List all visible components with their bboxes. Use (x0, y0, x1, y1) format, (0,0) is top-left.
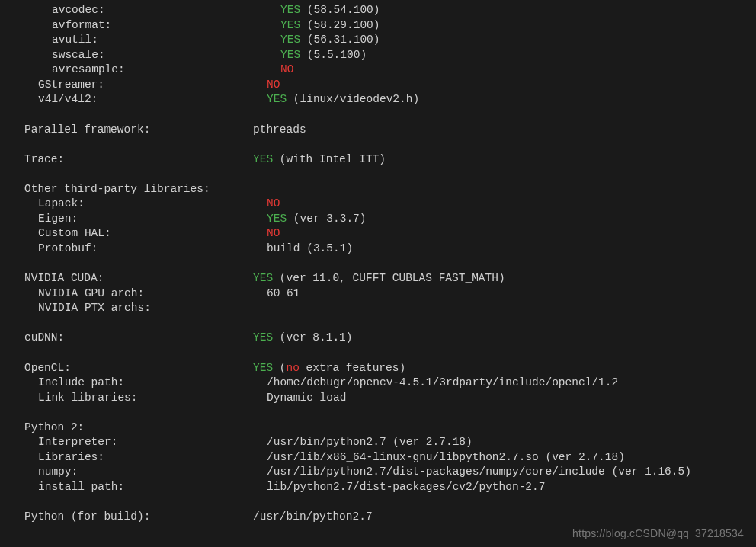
line-extra: /usr/bin/python2.7 (253, 510, 373, 523)
line-label: avutil: (24, 33, 280, 48)
line-extra: (linux/videodev2.h) (287, 93, 419, 105)
line-extra: lib/python2.7/dist-packages/cv2/python-2… (267, 481, 545, 493)
line-label: Eigen: (24, 212, 267, 227)
blank-line (24, 405, 756, 421)
line-extra-post: extra features) (300, 362, 405, 374)
line-value: YES (linux/videodev2.h) (267, 92, 419, 107)
line-label: avformat: (24, 18, 280, 34)
output-line: Eigen:YES (ver 3.3.7) (24, 212, 756, 227)
line-label: Interpreter: (24, 435, 267, 450)
line-extra: (58.29.100) (300, 19, 380, 31)
line-extra: /usr/bin/python2.7 (ver 2.7.18) (267, 436, 472, 448)
output-line: Python (for build):/usr/bin/python2.7 (24, 510, 756, 525)
line-label: Custom HAL: (24, 226, 267, 242)
output-line: avresample:NO (24, 62, 756, 78)
line-label: Libraries: (24, 450, 267, 465)
line-extra: (with Intel ITT) (273, 153, 386, 165)
status-yes: YES (267, 93, 287, 105)
line-value: /home/debugr/opencv-4.5.1/3rdparty/inclu… (267, 376, 618, 391)
output-line: Protobuf:build (3.5.1) (24, 242, 756, 257)
line-label: avcodec: (24, 3, 280, 18)
blank-line (24, 495, 756, 510)
status-no: NO (267, 78, 280, 91)
line-extra-pre: ( (273, 362, 286, 374)
line-value: /usr/lib/x86_64-linux-gnu/libpython2.7.s… (267, 450, 625, 465)
line-value: NO (267, 78, 280, 93)
output-line: OpenCL:YES (no extra features) (24, 361, 756, 376)
line-label: avresample: (24, 62, 280, 78)
blank-line (24, 167, 756, 182)
output-line: Include path:/home/debugr/opencv-4.5.1/3… (24, 376, 756, 391)
line-extra: (ver 11.0, CUFFT CUBLAS FAST_MATH) (273, 272, 505, 284)
status-no: NO (267, 227, 280, 239)
output-line: NVIDIA GPU arch:60 61 (24, 286, 756, 302)
line-label: v4l/v4l2: (24, 92, 267, 107)
line-value: YES (58.54.100) (280, 3, 380, 18)
status-yes: YES (280, 19, 300, 31)
line-extra: (5.5.100) (300, 49, 367, 61)
line-label: Other third-party libraries: (24, 182, 253, 197)
output-line: Trace:YES (with Intel ITT) (24, 152, 756, 168)
line-label: Python 2: (24, 421, 253, 436)
line-value: YES (5.5.100) (280, 48, 367, 63)
line-extra: (58.54.100) (300, 4, 380, 16)
line-extra: (56.31.100) (300, 34, 380, 46)
line-value: YES (ver 3.3.7) (267, 212, 367, 227)
line-value: NO (267, 226, 280, 242)
line-extra: 60 61 (267, 287, 300, 299)
output-line: numpy:/usr/lib/python2.7/dist-packages/n… (24, 465, 756, 480)
line-label: swscale: (24, 48, 280, 63)
line-extra: /usr/lib/python2.7/dist-packages/numpy/c… (267, 465, 691, 478)
line-label: Trace: (24, 152, 253, 168)
terminal-output: avcodec:YES (58.54.100)avformat:YES (58.… (0, 0, 756, 525)
line-value: /usr/bin/python2.7 (ver 2.7.18) (267, 435, 472, 450)
watermark-text: https://blog.cCSDN@qq_37218534 (572, 526, 744, 541)
line-label: Include path: (24, 376, 267, 391)
status-yes: YES (267, 213, 287, 225)
output-line: install path:lib/python2.7/dist-packages… (24, 480, 756, 495)
line-value: NO (267, 197, 280, 212)
status-yes: YES (280, 34, 300, 46)
line-value: YES (ver 11.0, CUFFT CUBLAS FAST_MATH) (253, 271, 505, 286)
line-label: Parallel framework: (24, 123, 253, 138)
blank-line (24, 316, 756, 331)
line-value: NO (280, 62, 293, 78)
line-label: OpenCL: (24, 361, 253, 376)
line-extra: /home/debugr/opencv-4.5.1/3rdparty/inclu… (267, 376, 618, 389)
status-no: NO (267, 197, 280, 210)
output-line: Interpreter:/usr/bin/python2.7 (ver 2.7.… (24, 435, 756, 450)
line-label: NVIDIA PTX archs: (24, 301, 267, 316)
line-extra: Dynamic load (267, 392, 346, 404)
line-value: /usr/lib/python2.7/dist-packages/numpy/c… (267, 465, 691, 480)
line-value: lib/python2.7/dist-packages/cv2/python-2… (267, 480, 545, 495)
line-value: pthreads (253, 123, 306, 138)
line-label: GStreamer: (24, 78, 267, 93)
line-extra: (ver 3.3.7) (287, 213, 366, 225)
status-yes: YES (253, 153, 273, 165)
line-value: YES (with Intel ITT) (253, 152, 386, 168)
output-line: Libraries:/usr/lib/x86_64-linux-gnu/libp… (24, 450, 756, 465)
line-value: /usr/bin/python2.7 (253, 510, 373, 525)
output-line: avutil:YES (56.31.100) (24, 33, 756, 48)
line-label: numpy: (24, 465, 267, 480)
output-line: Python 2: (24, 421, 756, 436)
line-label: Lapack: (24, 197, 267, 212)
line-extra: (ver 8.1.1) (273, 331, 352, 344)
line-extra-keyword: no (287, 362, 300, 374)
status-yes: YES (253, 362, 273, 374)
status-yes: YES (280, 4, 300, 16)
line-extra: /usr/lib/x86_64-linux-gnu/libpython2.7.s… (267, 451, 625, 463)
output-line: Parallel framework:pthreads (24, 123, 756, 138)
line-label: Python (for build): (24, 510, 253, 525)
line-extra: pthreads (253, 123, 306, 136)
status-yes: YES (280, 49, 300, 61)
output-line: NVIDIA PTX archs: (24, 301, 756, 316)
blank-line (24, 257, 756, 272)
output-line: Custom HAL:NO (24, 226, 756, 242)
line-value: 60 61 (267, 286, 300, 302)
line-label: NVIDIA CUDA: (24, 271, 253, 286)
blank-line (24, 107, 756, 123)
line-value: YES (no extra features) (253, 361, 405, 376)
output-line: v4l/v4l2:YES (linux/videodev2.h) (24, 92, 756, 107)
line-value: Dynamic load (267, 391, 346, 406)
